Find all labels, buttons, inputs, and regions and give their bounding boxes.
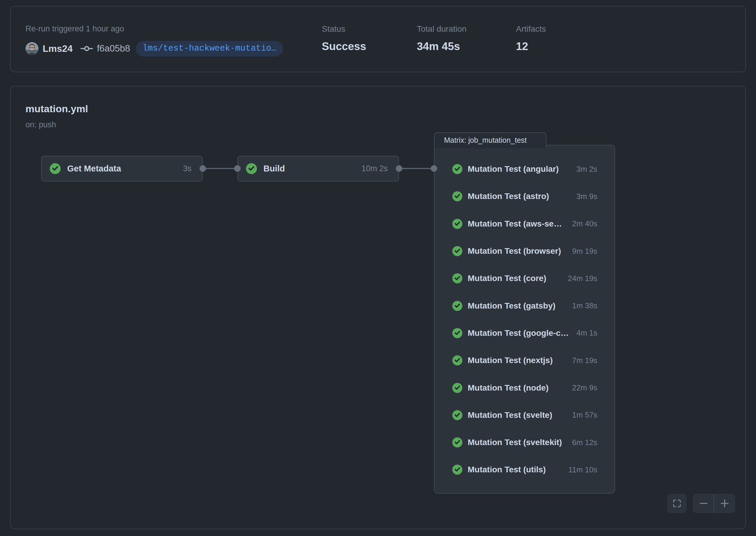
success-check-icon [246, 163, 257, 174]
job-name: Mutation Test (utils) [468, 465, 565, 474]
minus-icon [699, 498, 709, 509]
job-duration: 3s [183, 164, 192, 173]
success-check-icon [452, 191, 462, 201]
job-duration: 24m 19s [568, 274, 597, 283]
matrix-job-row[interactable]: Mutation Test (gatsby) 1m 38s [434, 292, 614, 319]
fullscreen-icon [672, 499, 682, 508]
matrix-group-panel: Mutation Test (angular) 3m 2s Mutation T… [434, 145, 615, 494]
success-check-icon [452, 273, 462, 284]
commit-sha[interactable]: f6a05b8 [97, 43, 130, 54]
matrix-job-row[interactable]: Mutation Test (astro) 3m 9s [434, 183, 614, 210]
success-check-icon [452, 383, 462, 393]
matrix-group-tab: Matrix: job_mutation_test [434, 132, 547, 149]
matrix-job-row[interactable]: Mutation Test (svelte) 1m 57s [434, 402, 614, 429]
success-check-icon [452, 219, 462, 229]
success-check-icon [50, 163, 61, 174]
edge-dot [396, 165, 402, 172]
workflow-file-title: mutation.yml [25, 103, 88, 115]
job-duration: 7m 19s [572, 356, 597, 365]
zoom-out-button[interactable] [693, 494, 714, 513]
job-duration: 3m 9s [576, 192, 597, 201]
edge-dot [234, 165, 241, 172]
job-duration: 10m 2s [362, 164, 388, 173]
matrix-job-row[interactable]: Mutation Test (angular) 3m 2s [434, 155, 614, 183]
success-check-icon [452, 301, 462, 311]
job-node-get-metadata[interactable]: Get Metadata 3s [41, 156, 203, 182]
actor-name[interactable]: Lms24 [43, 43, 73, 54]
zoom-in-button[interactable] [714, 494, 735, 513]
success-check-icon [452, 465, 462, 475]
job-duration: 6m 12s [572, 438, 597, 447]
run-summary-card: Re-run triggered 1 hour ago Lms24 f6a05b… [10, 6, 746, 72]
job-duration: 11m 10s [568, 465, 597, 474]
job-duration: 1m 38s [572, 301, 597, 310]
job-duration: 9m 19s [572, 247, 597, 256]
success-check-icon [452, 246, 462, 256]
job-duration: 3m 2s [576, 165, 597, 174]
stat-label: Artifacts [516, 24, 546, 34]
matrix-job-row[interactable]: Mutation Test (google-c… 4m 1s [434, 319, 614, 347]
stat-label: Total duration [417, 24, 466, 34]
success-check-icon [452, 410, 462, 420]
matrix-job-row[interactable]: Mutation Test (core) 24m 19s [434, 265, 614, 292]
success-check-icon [452, 437, 462, 448]
stat-label: Status [322, 24, 345, 34]
git-commit-icon [80, 42, 93, 55]
duration-value: 34m 45s [417, 40, 460, 53]
run-triggered-text: Re-run triggered 1 hour ago [25, 24, 124, 33]
edge-dot [200, 165, 206, 172]
matrix-job-row[interactable]: Mutation Test (nextjs) 7m 19s [434, 347, 614, 374]
job-name: Mutation Test (svelte) [468, 411, 569, 420]
fullscreen-button[interactable] [668, 494, 686, 513]
success-check-icon [452, 328, 462, 338]
commit-meta-row: Lms24 f6a05b8 lms/test-hackweek-mutatio… [25, 41, 283, 56]
branch-badge[interactable]: lms/test-hackweek-mutatio… [136, 41, 283, 56]
matrix-job-row[interactable]: Mutation Test (aws-se… 2m 40s [434, 210, 614, 238]
job-name: Mutation Test (angular) [468, 164, 573, 174]
avatar-image [25, 42, 39, 55]
workflow-graph-card: mutation.yml on: push Get Metadata 3s Bu… [10, 86, 746, 529]
matrix-job-row[interactable]: Mutation Test (node) 22m 9s [434, 374, 614, 401]
matrix-group-title: Matrix: job_mutation_test [444, 136, 527, 145]
avatar[interactable] [25, 42, 39, 55]
job-name: Mutation Test (nextjs) [468, 356, 569, 365]
job-name: Mutation Test (aws-se… [468, 219, 569, 229]
job-name: Mutation Test (node) [468, 383, 569, 393]
edge-build-matrix [399, 168, 434, 169]
matrix-job-row[interactable]: Mutation Test (sveltekit) 6m 12s [434, 429, 614, 456]
matrix-job-row[interactable]: Mutation Test (browser) 9m 19s [434, 238, 614, 265]
success-check-icon [452, 355, 462, 365]
job-name: Mutation Test (google-c… [468, 328, 573, 338]
matrix-job-row[interactable]: Mutation Test (utils) 11m 10s [434, 456, 614, 483]
job-node-build[interactable]: Build 10m 2s [237, 156, 399, 182]
success-check-icon [452, 164, 462, 174]
job-duration: 2m 40s [572, 219, 597, 228]
job-name: Mutation Test (astro) [468, 192, 573, 201]
workflow-trigger: on: push [25, 120, 56, 129]
job-duration: 4m 1s [576, 328, 597, 338]
edge-dot [431, 165, 437, 172]
status-value: Success [322, 40, 366, 53]
job-name: Build [264, 164, 362, 174]
job-name: Mutation Test (gatsby) [468, 301, 569, 311]
artifacts-count[interactable]: 12 [516, 40, 528, 53]
job-name: Mutation Test (core) [468, 274, 564, 283]
job-name: Mutation Test (sveltekit) [468, 438, 569, 447]
zoom-controls [693, 494, 735, 513]
job-name: Get Metadata [67, 164, 183, 174]
job-name: Mutation Test (browser) [468, 247, 569, 256]
edge-get-metadata-build [203, 168, 237, 169]
job-duration: 1m 57s [572, 411, 597, 419]
plus-icon [720, 498, 730, 509]
job-duration: 22m 9s [572, 383, 597, 392]
